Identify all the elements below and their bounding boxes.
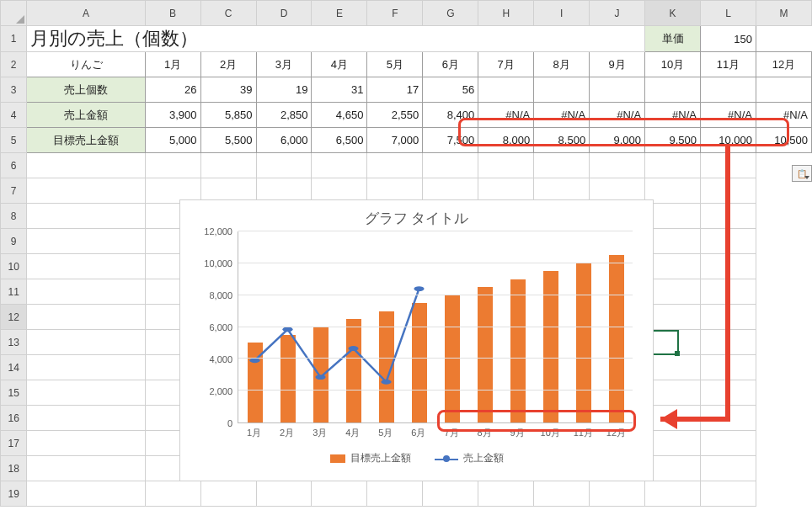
target-6[interactable]: 7,500	[423, 128, 478, 153]
target-3[interactable]: 6,000	[256, 128, 312, 153]
col-head-M[interactable]: M	[756, 1, 811, 26]
chart-title: グラフ タイトル	[180, 200, 653, 231]
row-head-4[interactable]: 4	[1, 103, 27, 128]
paste-options-button[interactable]: 📋	[792, 165, 812, 182]
target-11[interactable]: 10,000	[701, 128, 756, 153]
unit-price-label[interactable]: 単価	[645, 26, 701, 52]
col-head-A[interactable]: A	[27, 1, 145, 26]
month-8[interactable]: 8月	[534, 52, 590, 77]
col-head-I[interactable]: I	[534, 1, 590, 26]
target-9[interactable]: 9,000	[590, 128, 645, 153]
sales-10[interactable]: #N/A	[645, 103, 701, 128]
sheet-title[interactable]: 月別の売上（個数）	[27, 26, 645, 52]
row-head-12[interactable]: 12	[1, 305, 27, 330]
col-head-L[interactable]: L	[701, 1, 756, 26]
legend-bar: 目標売上金額	[330, 451, 411, 465]
row-head-18[interactable]: 18	[1, 456, 27, 481]
sales-9[interactable]: #N/A	[590, 103, 645, 128]
row-head-5[interactable]: 5	[1, 128, 27, 153]
row-5: 5 目標売上金額 5,000 5,500 6,000 6,500 7,000 7…	[1, 128, 812, 153]
sales-2[interactable]: 5,850	[200, 103, 256, 128]
sales-11[interactable]: #N/A	[701, 103, 756, 128]
qty-7[interactable]	[478, 77, 534, 103]
sales-4[interactable]: 4,650	[312, 103, 367, 128]
sales-1[interactable]: 3,900	[145, 103, 200, 128]
month-1[interactable]: 1月	[145, 52, 200, 77]
month-2[interactable]: 2月	[200, 52, 256, 77]
paste-options-icon: 📋	[797, 169, 807, 178]
row-head-15[interactable]: 15	[1, 380, 27, 406]
month-5[interactable]: 5月	[367, 52, 423, 77]
qty-label[interactable]: 売上個数	[27, 77, 145, 103]
line-swatch-icon	[435, 454, 458, 464]
target-12[interactable]: 10,500	[756, 128, 811, 153]
qty-2[interactable]: 39	[200, 77, 256, 103]
month-4[interactable]: 4月	[312, 52, 367, 77]
column-header-row: A B C D E F G H I J K L M	[1, 1, 812, 26]
target-7[interactable]: 8,000	[478, 128, 534, 153]
row-head-3[interactable]: 3	[1, 77, 27, 103]
qty-10[interactable]	[645, 77, 701, 103]
svg-point-2	[315, 375, 325, 380]
row-head-16[interactable]: 16	[1, 406, 27, 431]
target-5[interactable]: 7,000	[367, 128, 423, 153]
row-head-8[interactable]: 8	[1, 204, 27, 229]
target-1[interactable]: 5,000	[145, 128, 200, 153]
qty-4[interactable]: 31	[312, 77, 367, 103]
qty-12[interactable]	[756, 77, 811, 103]
select-all-corner[interactable]	[1, 1, 27, 26]
row-head-13[interactable]: 13	[1, 330, 27, 355]
sales-12[interactable]: #N/A	[756, 103, 811, 128]
col-head-J[interactable]: J	[590, 1, 645, 26]
row-head-9[interactable]: 9	[1, 229, 27, 254]
month-9[interactable]: 9月	[590, 52, 645, 77]
embedded-chart[interactable]: グラフ タイトル 02,0004,0006,0008,00010,00012,0…	[179, 199, 654, 481]
sales-label[interactable]: 売上金額	[27, 103, 145, 128]
qty-9[interactable]	[590, 77, 645, 103]
row-head-14[interactable]: 14	[1, 355, 27, 380]
sales-3[interactable]: 2,850	[256, 103, 312, 128]
qty-8[interactable]	[534, 77, 590, 103]
col-head-G[interactable]: G	[423, 1, 478, 26]
row-head-2[interactable]: 2	[1, 52, 27, 77]
row-head-11[interactable]: 11	[1, 279, 27, 305]
col-head-F[interactable]: F	[367, 1, 423, 26]
target-2[interactable]: 5,500	[200, 128, 256, 153]
col-head-D[interactable]: D	[256, 1, 312, 26]
chart-plot-area	[238, 231, 633, 423]
month-3[interactable]: 3月	[256, 52, 312, 77]
sales-6[interactable]: 8,400	[423, 103, 478, 128]
chart-legend: 目標売上金額 売上金額	[180, 439, 653, 465]
product-label[interactable]: りんご	[27, 52, 145, 77]
qty-6[interactable]: 56	[423, 77, 478, 103]
target-4[interactable]: 6,500	[312, 128, 367, 153]
col-head-B[interactable]: B	[145, 1, 200, 26]
sales-5[interactable]: 2,550	[367, 103, 423, 128]
col-head-H[interactable]: H	[478, 1, 534, 26]
row-head-7[interactable]: 7	[1, 178, 27, 204]
month-10[interactable]: 10月	[645, 52, 701, 77]
qty-11[interactable]	[701, 77, 756, 103]
target-label[interactable]: 目標売上金額	[27, 128, 145, 153]
qty-5[interactable]: 17	[367, 77, 423, 103]
svg-point-5	[414, 286, 424, 291]
target-8[interactable]: 8,500	[534, 128, 590, 153]
col-head-C[interactable]: C	[200, 1, 256, 26]
row-head-1[interactable]: 1	[1, 26, 27, 52]
month-12[interactable]: 12月	[756, 52, 811, 77]
qty-3[interactable]: 19	[256, 77, 312, 103]
sales-8[interactable]: #N/A	[534, 103, 590, 128]
unit-price-value[interactable]: 150	[701, 26, 756, 52]
col-head-K[interactable]: K	[645, 1, 701, 26]
target-10[interactable]: 9,500	[645, 128, 701, 153]
sales-7[interactable]: #N/A	[478, 103, 534, 128]
row-head-6[interactable]: 6	[1, 153, 27, 178]
qty-1[interactable]: 26	[145, 77, 200, 103]
month-7[interactable]: 7月	[478, 52, 534, 77]
month-6[interactable]: 6月	[423, 52, 478, 77]
row-head-19[interactable]: 19	[1, 481, 27, 507]
col-head-E[interactable]: E	[312, 1, 367, 26]
row-head-17[interactable]: 17	[1, 431, 27, 456]
row-head-10[interactable]: 10	[1, 254, 27, 279]
month-11[interactable]: 11月	[701, 52, 756, 77]
